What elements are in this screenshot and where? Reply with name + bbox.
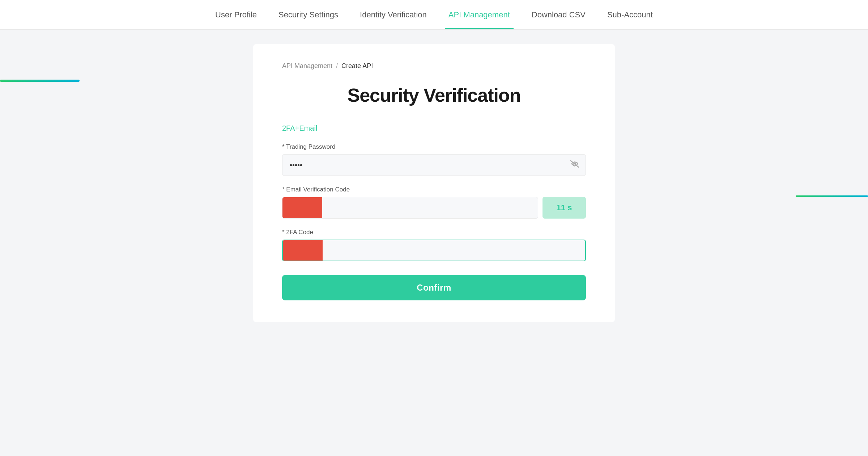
email-verification-label: * Email Verification Code	[282, 186, 586, 193]
email-verification-group: * Email Verification Code 11 s	[282, 186, 586, 219]
tab-security-settings[interactable]: Security Settings	[275, 0, 342, 29]
email-red-block	[282, 197, 322, 218]
email-verification-row: 11 s	[282, 197, 586, 219]
tab-identity-verification[interactable]: Identity Verification	[356, 0, 430, 29]
page-title: Security Verification	[282, 84, 586, 106]
breadcrumb-current: Create API	[341, 62, 373, 70]
twofa-input-wrapper	[282, 240, 586, 261]
breadcrumb-parent[interactable]: API Management	[282, 62, 332, 70]
content-card: API Management / Create API Security Ver…	[253, 44, 615, 322]
nav-bar: User Profile Security Settings Identity …	[0, 0, 868, 30]
deco-line-left	[0, 80, 80, 82]
breadcrumb: API Management / Create API	[282, 62, 586, 70]
tab-download-csv[interactable]: Download CSV	[528, 0, 589, 29]
twofa-group: * 2FA Code	[282, 229, 586, 261]
trading-password-input[interactable]	[282, 154, 586, 176]
trading-password-label: * Trading Password	[282, 143, 586, 151]
tab-sub-account[interactable]: Sub-Account	[604, 0, 656, 29]
nav-tabs: User Profile Security Settings Identity …	[204, 0, 664, 29]
email-input-wrapper	[282, 197, 538, 219]
confirm-button[interactable]: Confirm	[282, 275, 586, 300]
main-content: API Management / Create API Security Ver…	[0, 30, 868, 322]
eye-icon[interactable]	[570, 160, 579, 170]
twofa-label: * 2FA Code	[282, 229, 586, 236]
tab-user-profile[interactable]: User Profile	[212, 0, 260, 29]
twofa-input[interactable]	[323, 246, 585, 255]
breadcrumb-separator: /	[336, 62, 338, 70]
trading-password-wrapper	[282, 154, 586, 176]
tab-api-management[interactable]: API Management	[445, 0, 514, 29]
twofa-red-block	[283, 240, 323, 261]
method-label: 2FA+Email	[282, 124, 586, 132]
email-verification-input[interactable]	[322, 204, 538, 212]
trading-password-group: * Trading Password	[282, 143, 586, 176]
deco-line-right	[796, 195, 868, 197]
timer-button[interactable]: 11 s	[542, 197, 586, 219]
